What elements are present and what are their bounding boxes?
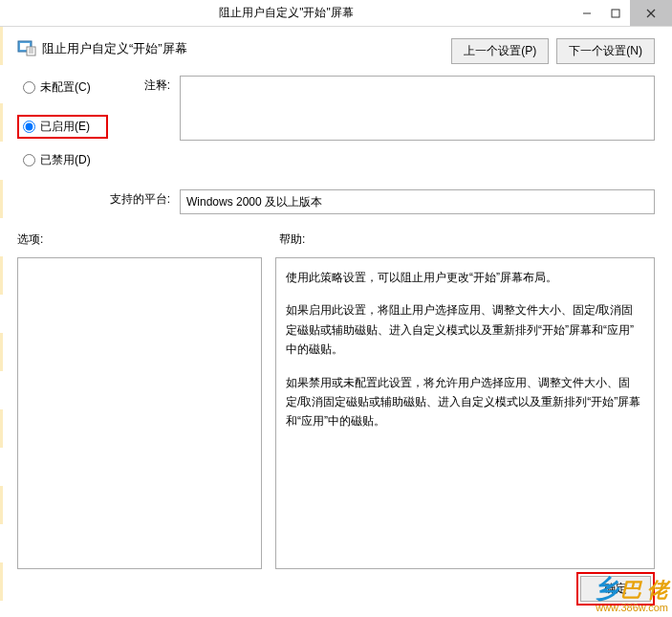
maximize-button[interactable] <box>601 0 630 26</box>
minimize-button[interactable] <box>573 0 601 26</box>
supported-platform-field: Windows 2000 及以上版本 <box>180 189 655 214</box>
ok-button[interactable]: 确定 <box>580 576 651 602</box>
close-button[interactable] <box>630 0 672 26</box>
radio-disabled[interactable]: 已禁用(D) <box>17 148 108 172</box>
svg-rect-6 <box>27 47 35 55</box>
header-row: 阻止用户自定义“开始”屏幕 上一个设置(P) 下一个设置(N) <box>17 38 655 64</box>
comment-textarea[interactable] <box>180 76 655 141</box>
options-label: 选项: <box>17 231 262 248</box>
radio-label: 已禁用(D) <box>40 152 91 168</box>
window-controls <box>573 0 672 26</box>
comment-label: 注释: <box>108 76 180 94</box>
panel-headers: 选项: 帮助: <box>17 231 655 248</box>
radio-label: 已启用(E) <box>40 119 90 135</box>
previous-setting-button[interactable]: 上一个设置(P) <box>451 38 549 64</box>
options-panel <box>17 257 262 569</box>
help-paragraph: 如果禁用或未配置此设置，将允许用户选择应用、调整文件大小、固定/取消固定磁贴或辅… <box>286 373 644 431</box>
help-label: 帮助: <box>279 231 655 248</box>
policy-title: 阻止用户自定义“开始”屏幕 <box>42 38 451 57</box>
policy-icon <box>17 38 36 57</box>
help-paragraph: 使用此策略设置，可以阻止用户更改“开始”屏幕布局。 <box>286 268 644 287</box>
dialog-content: 阻止用户自定义“开始”屏幕 上一个设置(P) 下一个设置(N) 未配置(C) 注… <box>0 27 672 617</box>
radio-label: 未配置(C) <box>40 79 91 96</box>
titlebar: 阻止用户自定义"开始"屏幕 <box>0 0 672 27</box>
panels: 使用此策略设置，可以阻止用户更改“开始”屏幕布局。 如果启用此设置，将阻止用户选… <box>17 257 655 569</box>
radio-section: 未配置(C) 注释: 已启用(E) 已禁用(D) 支持的平台: <box>17 76 655 214</box>
platform-label: 支持的平台: <box>108 189 180 208</box>
radio-not-configured[interactable]: 未配置(C) <box>17 76 108 99</box>
next-setting-button[interactable]: 下一个设置(N) <box>556 38 655 64</box>
radio-enabled[interactable]: 已启用(E) <box>17 115 108 139</box>
window-title: 阻止用户自定义"开始"屏幕 <box>0 5 573 21</box>
help-paragraph: 如果启用此设置，将阻止用户选择应用、调整文件大小、固定/取消固定磁贴或辅助磁贴、… <box>286 300 644 359</box>
help-panel: 使用此策略设置，可以阻止用户更改“开始”屏幕布局。 如果启用此设置，将阻止用户选… <box>275 257 655 569</box>
svg-rect-1 <box>612 10 619 17</box>
footer: 确定 <box>576 572 655 606</box>
